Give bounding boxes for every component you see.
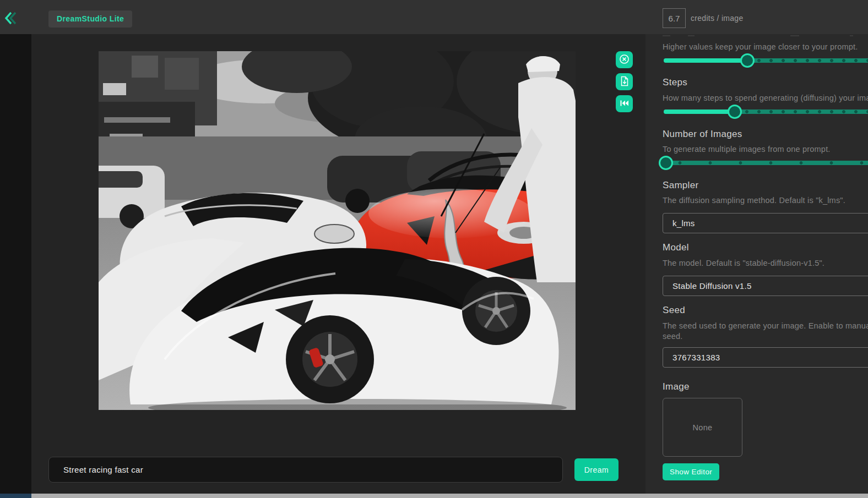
steps-slider-fill [664,110,735,114]
steps-heading: Steps [663,77,868,88]
sampler-description: The diffusion sampling method. Default i… [663,195,868,206]
collapsed-left-panel [0,34,31,494]
rewind-icon [620,100,628,108]
settings-sidebar: Higher values keep your image closer to … [645,34,868,494]
steps-description: How many steps to spend generating (diff… [663,93,868,103]
download-image-button[interactable] [616,73,633,90]
cfg-description: Higher values keep your image closer to … [663,42,868,52]
main-canvas-area: Dream [31,34,645,494]
steps-slider[interactable] [664,105,868,119]
model-heading: Model [663,242,868,253]
collapse-sidebar-button[interactable] [4,11,19,25]
reuse-seed-button[interactable] [616,95,633,112]
seed-heading: Seed [663,305,868,316]
model-select[interactable]: Stable Diffusion v1.5 [663,276,868,296]
seed-description-line2: seed. [663,331,868,342]
init-image-placeholder: None [693,423,713,432]
credits-indicator: 6.7 credits / image [663,8,744,28]
double-chevron-left-icon [4,19,19,27]
cfg-slider-thumb[interactable] [740,53,755,68]
prompt-input[interactable] [48,457,563,483]
generated-image [99,51,576,410]
dream-button[interactable]: Dream [574,458,619,481]
download-file-icon [620,76,630,88]
seed-input[interactable] [663,347,868,368]
app-title-badge[interactable]: DreamStudio Lite [48,10,132,28]
credits-label: credits / image [691,14,744,23]
number-of-images-slider-thumb[interactable] [659,156,673,170]
prompt-bar: Dream [31,457,645,483]
show-editor-button[interactable]: Show Editor [663,463,719,480]
image-heading: Image [663,381,868,392]
sampler-heading: Sampler [663,180,868,191]
credits-value: 6.7 [663,8,686,28]
top-bar: DreamStudio Lite 6.7 credits / image [0,0,868,34]
number-of-images-slider-track[interactable] [664,161,868,165]
clipped-text-sliver [663,34,866,37]
circle-x-icon [619,54,630,66]
cfg-slider[interactable] [664,53,868,68]
horizontal-scrollbar-thumb[interactable] [31,494,868,498]
sampler-select[interactable]: k_lms [663,213,868,233]
number-of-images-slider[interactable] [664,156,868,170]
steps-slider-thumb[interactable] [728,105,742,119]
scrollbar-corner [0,494,31,498]
remove-image-button[interactable] [616,51,633,68]
dreamstudio-app: DreamStudio Lite 6.7 credits / image [0,0,868,498]
horizontal-scrollbar[interactable] [0,494,868,498]
init-image-dropzone[interactable]: None [663,398,742,457]
model-description: The model. Default is "stable-diffusion-… [663,258,868,269]
image-action-buttons [616,51,633,112]
number-of-images-description: To generate multiple images from one pro… [663,144,868,155]
number-of-images-heading: Number of Images [663,129,868,140]
seed-description-line1: The seed used to generate your image. En… [663,321,868,331]
cfg-slider-fill [664,58,747,63]
